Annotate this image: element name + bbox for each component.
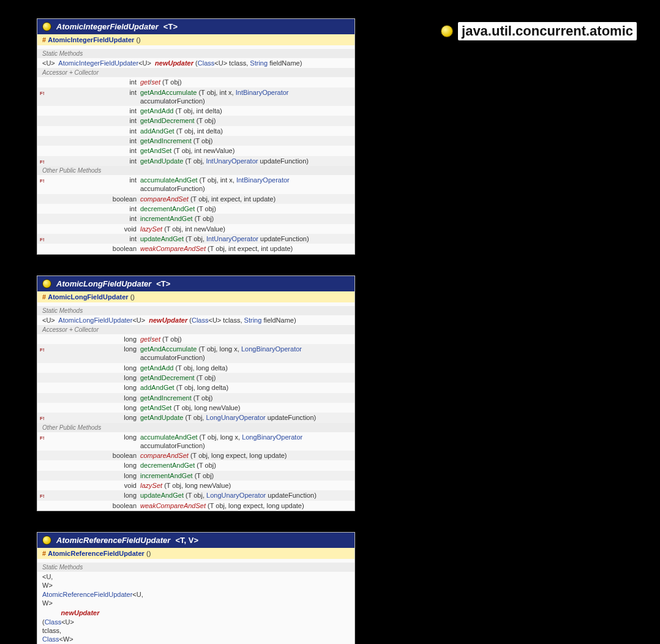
- return-type: int: [48, 137, 140, 145]
- method-signature: newUpdater (Class<U> tclass, Class<W> vc…: [42, 608, 51, 644]
- method-row: booleanweakCompareAndSet (T obj, int exp…: [37, 244, 354, 253]
- method-row: booleancompareAndSet (T obj, int expect,…: [37, 194, 354, 204]
- method-signature: compareAndSet (T obj, int expect, int up…: [140, 195, 351, 203]
- return-type: int: [48, 234, 140, 243]
- return-type: boolean: [48, 195, 140, 203]
- class-card-arfu: AtomicReferenceFieldUpdater <T, V># Atom…: [37, 532, 355, 644]
- method-row: F !intgetAndUpdate (T obj, IntUnaryOpera…: [37, 156, 354, 166]
- method-signature: <U> AtomicLongFieldUpdater<U> newUpdater…: [42, 316, 350, 324]
- method-signature: getAndDecrement (T obj): [140, 373, 351, 382]
- section-header: Static Methods: [37, 49, 354, 58]
- method-row: longgetAndSet (T obj, long newValue): [37, 403, 354, 413]
- method-signature: accumulateAndGet (T obj, long x, LongBin…: [140, 433, 351, 451]
- constructor-row: # AtomicIntegerFieldUpdater (): [37, 34, 354, 45]
- return-type: long: [48, 471, 140, 480]
- method-row: voidlazySet (T obj, int newValue): [37, 224, 354, 234]
- static-method-row: <U, W> AtomicReferenceFieldUpdater<U, W>: [37, 572, 354, 608]
- class-cards-container: AtomicIntegerFieldUpdater <T># AtomicInt…: [37, 18, 642, 644]
- method-signature: accumulateAndGet (T obj, int x, IntBinar…: [140, 176, 351, 193]
- section-header: Static Methods: [37, 563, 354, 572]
- method-row: longgetAndAdd (T obj, long delta): [37, 363, 354, 373]
- method-flag: F !: [40, 435, 48, 441]
- return-type: long: [48, 373, 140, 382]
- return-type: int: [48, 127, 140, 135]
- method-signature: <U> AtomicIntegerFieldUpdater<U> newUpda…: [42, 59, 350, 67]
- method-flag: F !: [40, 493, 48, 500]
- method-signature: addAndGet (T obj, long delta): [140, 383, 351, 392]
- method-row: intgetAndAdd (T obj, int delta): [37, 106, 354, 116]
- method-row: intgetAndIncrement (T obj): [37, 136, 354, 146]
- method-flag: F !: [40, 159, 48, 165]
- method-signature: getAndIncrement (T obj): [140, 394, 351, 402]
- return-type: long: [48, 403, 140, 412]
- method-signature: get/set (T obj): [140, 78, 351, 86]
- method-flag: F !: [40, 178, 48, 184]
- method-flag: F !: [40, 416, 48, 422]
- method-row: intgetAndSet (T obj, int newValue): [37, 146, 354, 155]
- method-row: longgetAndDecrement (T obj): [37, 373, 354, 383]
- method-row: voidlazySet (T obj, long newValue): [37, 481, 354, 490]
- return-type: long: [48, 413, 140, 422]
- method-signature: getAndSet (T obj, long newValue): [140, 403, 351, 412]
- class-generic: <T>: [163, 22, 178, 31]
- class-generic: <T>: [156, 279, 170, 288]
- method-row: booleanweakCompareAndSet (T obj, long ex…: [37, 501, 354, 511]
- return-type: long: [48, 383, 140, 392]
- class-card-aifu: AtomicIntegerFieldUpdater <T># AtomicInt…: [37, 18, 355, 255]
- method-row: intget/set (T obj): [37, 77, 354, 87]
- method-signature: decrementAndGet (T obj): [140, 461, 351, 470]
- return-type: long: [48, 394, 140, 402]
- return-type: int: [48, 204, 140, 213]
- method-signature: lazySet (T obj, long newValue): [140, 481, 351, 490]
- return-type: boolean: [48, 244, 140, 253]
- method-row: F !longgetAndUpdate (T obj, LongUnaryOpe…: [37, 413, 354, 422]
- constructor-row: # AtomicLongFieldUpdater (): [37, 291, 354, 302]
- section-header: Accessor + Collector: [37, 325, 354, 334]
- method-row: booleancompareAndSet (T obj, long expect…: [37, 451, 354, 460]
- section-header: Other Public Methods: [37, 166, 354, 175]
- class-header: AtomicReferenceFieldUpdater <T, V>: [37, 533, 354, 548]
- method-signature: getAndSet (T obj, int newValue): [140, 146, 351, 155]
- method-signature: weakCompareAndSet (T obj, int expect, in…: [140, 244, 351, 253]
- package-title-text: java.util.concurrent.atomic: [458, 22, 637, 40]
- package-icon: [441, 25, 453, 37]
- class-icon: [42, 536, 51, 545]
- method-row: longdecrementAndGet (T obj): [37, 460, 354, 470]
- method-row: F !intaccumulateAndGet (T obj, int x, In…: [37, 175, 354, 194]
- method-signature: weakCompareAndSet (T obj, long expect, l…: [140, 501, 351, 510]
- method-signature: getAndAccumulate (T obj, int x, IntBinar…: [140, 88, 351, 106]
- method-signature: <U, W> AtomicReferenceFieldUpdater<U, W>: [42, 572, 51, 607]
- method-row: F !intgetAndAccumulate (T obj, int x, In…: [37, 88, 354, 107]
- method-signature: incrementAndGet (T obj): [140, 214, 351, 223]
- method-signature: lazySet (T obj, int newValue): [140, 225, 351, 233]
- return-type: long: [48, 364, 140, 372]
- class-name: AtomicLongFieldUpdater: [56, 279, 151, 288]
- method-row: F !longgetAndAccumulate (T obj, long x, …: [37, 344, 354, 363]
- method-signature: updateAndGet (T obj, LongUnaryOperator u…: [140, 491, 351, 500]
- return-type: int: [48, 214, 140, 223]
- method-signature: getAndDecrement (T obj): [140, 116, 351, 125]
- class-header: AtomicIntegerFieldUpdater <T>: [37, 19, 354, 34]
- method-row: intaddAndGet (T obj, int delta): [37, 126, 354, 136]
- method-signature: updateAndGet (T obj, IntUnaryOperator up…: [140, 234, 351, 243]
- return-type: boolean: [48, 501, 140, 510]
- method-row: longincrementAndGet (T obj): [37, 471, 354, 481]
- static-method-row: <U> AtomicLongFieldUpdater<U> newUpdater…: [37, 315, 354, 325]
- class-name: AtomicIntegerFieldUpdater: [56, 22, 159, 31]
- return-type: long: [48, 491, 140, 500]
- method-signature: getAndUpdate (T obj, LongUnaryOperator u…: [140, 413, 351, 422]
- method-signature: decrementAndGet (T obj): [140, 204, 351, 213]
- section-header: Other Public Methods: [37, 423, 354, 432]
- return-type: int: [48, 88, 140, 97]
- return-type: long: [48, 335, 140, 343]
- return-type: long: [48, 433, 140, 441]
- method-signature: get/set (T obj): [140, 335, 351, 343]
- return-type: int: [48, 107, 140, 115]
- class-name: AtomicReferenceFieldUpdater: [56, 536, 170, 545]
- class-icon: [42, 22, 51, 31]
- class-card-alfu: AtomicLongFieldUpdater <T># AtomicLongFi…: [37, 275, 355, 512]
- method-signature: getAndUpdate (T obj, IntUnaryOperator up…: [140, 157, 351, 165]
- method-signature: getAndAdd (T obj, long delta): [140, 364, 351, 372]
- return-type: long: [48, 345, 140, 353]
- method-flag: F !: [40, 91, 48, 97]
